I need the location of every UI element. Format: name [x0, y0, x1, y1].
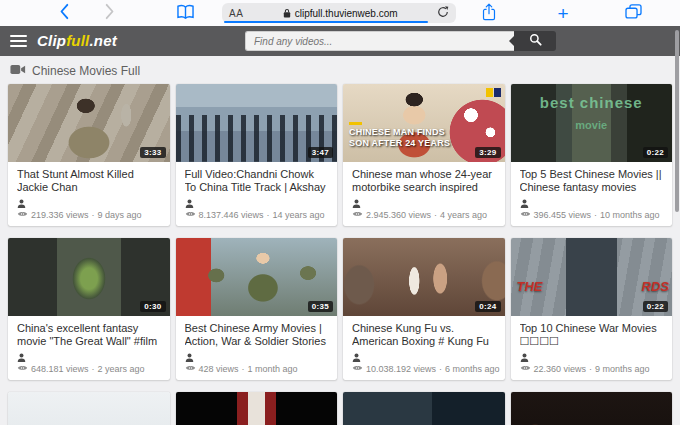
- site-logo[interactable]: Clipfull.net: [37, 32, 117, 49]
- search-icon: [529, 33, 542, 49]
- forward-button[interactable]: [98, 0, 122, 26]
- upload-age: 4 years ago: [440, 210, 487, 220]
- view-count: 2.945.360 views: [366, 210, 431, 220]
- back-chevron-icon: [59, 3, 69, 23]
- uploader-row: [352, 198, 496, 207]
- eye-icon: [17, 364, 28, 374]
- search-box: [245, 31, 556, 51]
- upload-age: 9 days ago: [98, 210, 142, 220]
- views-row: 22.360 views · 9 months ago: [520, 364, 664, 374]
- video-thumbnail[interactable]: 0:24: [343, 238, 505, 316]
- video-thumbnail[interactable]: best chinese movie 0:22: [511, 84, 673, 162]
- video-thumbnail[interactable]: 0:35: [176, 238, 338, 316]
- uploader-icon: [17, 348, 26, 366]
- video-thumbnail[interactable]: 0:30: [8, 238, 170, 316]
- video-title[interactable]: That Stunt Almost Killed Jackie Chan: [17, 168, 161, 194]
- tab-overview-button[interactable]: [620, 0, 646, 26]
- meta-separator: ·: [267, 210, 270, 220]
- site-header: Clipfull.net: [0, 26, 680, 56]
- upload-age: 14 years ago: [273, 210, 325, 220]
- video-card[interactable]: 0:30 China's excellent fantasy movie "Th…: [8, 238, 170, 380]
- eye-icon: [185, 210, 196, 220]
- eye-icon: [520, 364, 531, 374]
- padlock-icon: [283, 4, 291, 22]
- video-card[interactable]: THERDS 0:22 Top 10 Chinese War Movies ☐☐…: [511, 238, 673, 380]
- address-bar[interactable]: AA clipfull.thuvienweb.com: [222, 3, 456, 23]
- video-title[interactable]: Chinese man whose 24-year motorbike sear…: [352, 168, 496, 194]
- video-card[interactable]: [511, 392, 673, 425]
- uploader-icon: [520, 194, 529, 212]
- views-row: 10.038.192 views · 6 months ago: [352, 364, 496, 374]
- video-thumbnail[interactable]: 3:33: [8, 84, 170, 162]
- uploader-row: [352, 352, 496, 361]
- views-row: 2.945.360 views · 4 years ago: [352, 210, 496, 220]
- view-count: 219.336 views: [31, 210, 89, 220]
- meta-separator: ·: [92, 210, 95, 220]
- uploader-row: [185, 198, 329, 207]
- video-thumbnail[interactable]: [8, 392, 170, 425]
- search-input[interactable]: [245, 31, 514, 51]
- uploader-icon: [352, 348, 361, 366]
- video-title[interactable]: Top 5 Best Chinese Movies || Chinese fan…: [520, 168, 664, 194]
- video-thumbnail[interactable]: CHINESE MAN FINDS SON AFTER 24 YEARS 3:2…: [343, 84, 505, 162]
- video-camera-icon: [10, 64, 26, 78]
- uploader-row: [185, 352, 329, 361]
- new-tab-button[interactable]: +: [550, 0, 576, 26]
- video-grid-partial-row: [0, 392, 680, 425]
- duration-badge: 0:22: [643, 147, 668, 158]
- video-thumbnail[interactable]: [176, 392, 338, 425]
- uploader-icon: [17, 194, 26, 212]
- url-display[interactable]: clipfull.thuvienweb.com: [243, 4, 437, 22]
- view-count: 8.137.446 views: [199, 210, 264, 220]
- meta-separator: ·: [434, 210, 437, 220]
- video-title[interactable]: Best Chinese Army Movies | Action, War &…: [185, 322, 329, 348]
- meta-separator: ·: [594, 210, 597, 220]
- menu-button[interactable]: [10, 35, 27, 47]
- channel-logo-badge: [486, 88, 501, 97]
- video-grid: 3:33 That Stunt Almost Killed Jackie Cha…: [0, 84, 680, 380]
- views-row: 8.137.446 views · 14 years ago: [185, 210, 329, 220]
- section-header: Chinese Movies Full: [0, 56, 680, 84]
- meta-separator: ·: [242, 364, 245, 374]
- page-loading-bar: [224, 21, 428, 23]
- video-card[interactable]: best chinese movie 0:22 Top 5 Best Chine…: [511, 84, 673, 226]
- uploader-icon: [520, 348, 529, 366]
- video-thumbnail[interactable]: [511, 392, 673, 425]
- search-button[interactable]: [514, 31, 556, 51]
- back-button[interactable]: [52, 0, 76, 26]
- uploader-row: [17, 352, 161, 361]
- duration-badge: 3:29: [475, 147, 500, 158]
- uploader-icon: [185, 194, 194, 212]
- video-thumbnail[interactable]: 3:47: [176, 84, 338, 162]
- video-card[interactable]: [8, 392, 170, 425]
- video-thumbnail[interactable]: [343, 392, 505, 425]
- reader-options-button[interactable]: AA: [229, 8, 243, 19]
- bookmarks-book-icon: [176, 4, 195, 23]
- duration-badge: 0:30: [140, 301, 165, 312]
- video-card[interactable]: [343, 392, 505, 425]
- share-button[interactable]: [477, 0, 501, 26]
- video-card[interactable]: [176, 392, 338, 425]
- duration-badge: 0:22: [643, 301, 668, 312]
- video-card[interactable]: 3:33 That Stunt Almost Killed Jackie Cha…: [8, 84, 170, 226]
- bookmarks-button[interactable]: [172, 0, 198, 26]
- duration-badge: 3:33: [140, 147, 165, 158]
- video-title[interactable]: Top 10 Chinese War Movies ☐☐☐☐: [520, 322, 664, 348]
- new-tab-plus-icon: +: [557, 4, 568, 23]
- video-card[interactable]: 3:47 Full Video:Chandni Chowk To China T…: [176, 84, 338, 226]
- duration-badge: 0:24: [475, 301, 500, 312]
- uploader-row: [520, 198, 664, 207]
- video-thumbnail[interactable]: THERDS 0:22: [511, 238, 673, 316]
- video-card[interactable]: CHINESE MAN FINDS SON AFTER 24 YEARS 3:2…: [343, 84, 505, 226]
- video-card[interactable]: 0:35 Best Chinese Army Movies | Action, …: [176, 238, 338, 380]
- reload-button[interactable]: [437, 6, 449, 21]
- eye-icon: [520, 210, 531, 220]
- video-card[interactable]: 0:24 Chinese Kung Fu vs. American Boxing…: [343, 238, 505, 380]
- video-title[interactable]: China's excellent fantasy movie "The Gre…: [17, 322, 161, 348]
- video-title[interactable]: Chinese Kung Fu vs. American Boxing # Ku…: [352, 322, 496, 348]
- view-count: 22.360 views: [534, 364, 587, 374]
- video-title[interactable]: Full Video:Chandni Chowk To China Title …: [185, 168, 329, 194]
- view-count: 428 views: [199, 364, 239, 374]
- scrollbar[interactable]: [675, 30, 679, 212]
- duration-badge: 0:35: [308, 301, 333, 312]
